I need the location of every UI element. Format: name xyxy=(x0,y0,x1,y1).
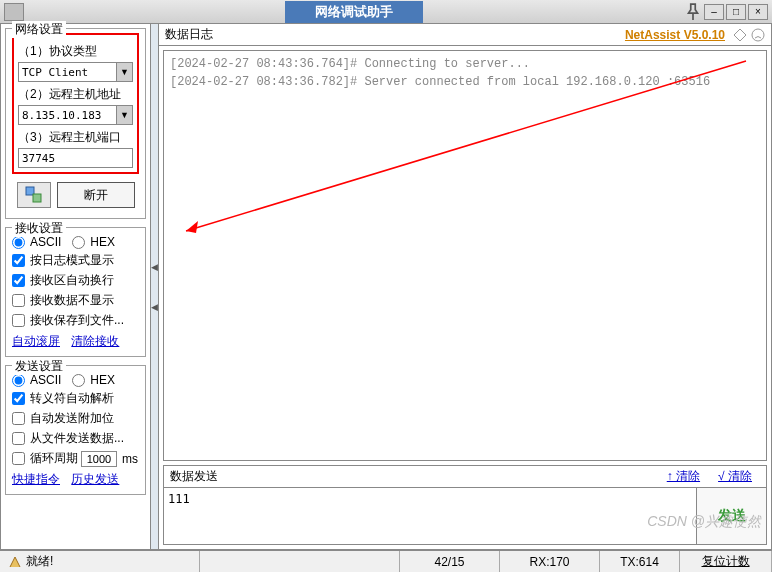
svg-marker-4 xyxy=(186,221,198,233)
recv-opt-1[interactable] xyxy=(12,274,25,287)
network-settings-group: 网络设置 （1）协议类型 ▼ （2）远程主机地址 ▼ （3）远程主机端口 xyxy=(5,28,146,219)
pin-icon[interactable] xyxy=(684,3,702,21)
close-button[interactable]: × xyxy=(748,4,768,20)
ready-icon xyxy=(8,555,22,569)
send-settings-title: 发送设置 xyxy=(12,358,66,375)
connection-icon-button[interactable] xyxy=(17,182,51,208)
maximize-button[interactable]: □ xyxy=(726,4,746,20)
diamond-icon[interactable] xyxy=(733,28,747,42)
remote-port-input[interactable] xyxy=(18,148,133,168)
annotation-arrow xyxy=(176,51,766,451)
recv-hex-radio[interactable] xyxy=(72,236,85,249)
receive-settings-group: 接收设置 ASCII HEX 按日志模式显示 接收区自动换行 接收数据不显示 接… xyxy=(5,227,146,357)
clear-receive-link[interactable]: 清除接收 xyxy=(71,334,119,348)
chevron-left-icon: ◀ xyxy=(151,302,158,312)
network-settings-title: 网络设置 xyxy=(12,21,66,38)
disconnect-button[interactable]: 断开 xyxy=(57,182,135,208)
svg-point-2 xyxy=(752,29,764,41)
send-opt-3[interactable] xyxy=(12,452,25,465)
status-counter: 42/15 xyxy=(434,555,464,569)
send-button[interactable]: 发送 xyxy=(696,488,766,544)
send-input[interactable] xyxy=(164,488,696,544)
send-opt-2[interactable] xyxy=(12,432,25,445)
log-title: 数据日志 xyxy=(165,26,213,43)
send-ascii-radio[interactable] xyxy=(12,374,25,387)
send-hex-radio[interactable] xyxy=(72,374,85,387)
remote-port-label: （3）远程主机端口 xyxy=(18,129,133,146)
remote-host-label: （2）远程主机地址 xyxy=(18,86,133,103)
brand-link[interactable]: NetAssist V5.0.10 xyxy=(625,28,725,42)
auto-scroll-link[interactable]: 自动滚屏 xyxy=(12,334,60,348)
quick-command-link[interactable]: 快捷指令 xyxy=(12,472,60,486)
receive-settings-title: 接收设置 xyxy=(12,220,66,237)
log-header: 数据日志 NetAssist V5.0.10 xyxy=(159,24,771,46)
recv-opt-0[interactable] xyxy=(12,254,25,267)
send-settings-group: 发送设置 ASCII HEX 转义符自动解析 自动发送附加位 从文件发送数据..… xyxy=(5,365,146,495)
minimize-button[interactable]: – xyxy=(704,4,724,20)
send-opt-0[interactable] xyxy=(12,392,25,405)
recv-ascii-radio[interactable] xyxy=(12,236,25,249)
cycle-period-input[interactable] xyxy=(81,451,117,467)
send-opt-1[interactable] xyxy=(12,412,25,425)
send-header: 数据发送 ↑ 清除 √ 清除 xyxy=(163,465,767,487)
network-icon xyxy=(25,186,43,204)
chevron-left-icon: ◀ xyxy=(151,262,158,272)
clear-confirm-link[interactable]: √ 清除 xyxy=(718,468,752,485)
protocol-select[interactable] xyxy=(18,62,133,82)
log-line: [2024-02-27 08:43:36.764]# Connecting to… xyxy=(170,57,760,71)
status-tx: TX:614 xyxy=(620,555,659,569)
status-rx: RX:170 xyxy=(529,555,569,569)
statusbar: 就绪! 42/15 RX:170 TX:614 复位计数 xyxy=(0,550,772,572)
send-header-title: 数据发送 xyxy=(170,468,218,485)
titlebar: 网络调试助手 – □ × xyxy=(0,0,772,24)
highlighted-settings: （1）协议类型 ▼ （2）远程主机地址 ▼ （3）远程主机端口 xyxy=(12,33,139,174)
status-reset[interactable]: 复位计数 xyxy=(702,553,750,570)
log-textarea[interactable]: [2024-02-27 08:43:36.764]# Connecting to… xyxy=(163,50,767,461)
protocol-label: （1）协议类型 xyxy=(18,43,133,60)
recv-opt-3[interactable] xyxy=(12,314,25,327)
recv-opt-2[interactable] xyxy=(12,294,25,307)
window-title: 网络调试助手 xyxy=(285,1,423,23)
status-ready: 就绪! xyxy=(26,553,53,570)
left-panel: 网络设置 （1）协议类型 ▼ （2）远程主机地址 ▼ （3）远程主机端口 xyxy=(1,24,151,549)
vertical-splitter[interactable]: ◀ ◀ xyxy=(151,24,159,549)
log-line: [2024-02-27 08:43:36.782]# Server connec… xyxy=(170,75,760,89)
app-icon xyxy=(4,3,24,21)
right-panel: 数据日志 NetAssist V5.0.10 [2024-02-27 08:43… xyxy=(159,24,771,549)
sad-face-icon[interactable] xyxy=(751,28,765,42)
clear-send-link[interactable]: ↑ 清除 xyxy=(667,468,700,485)
svg-rect-1 xyxy=(33,194,41,202)
remote-host-input[interactable] xyxy=(18,105,133,125)
history-send-link[interactable]: 历史发送 xyxy=(71,472,119,486)
